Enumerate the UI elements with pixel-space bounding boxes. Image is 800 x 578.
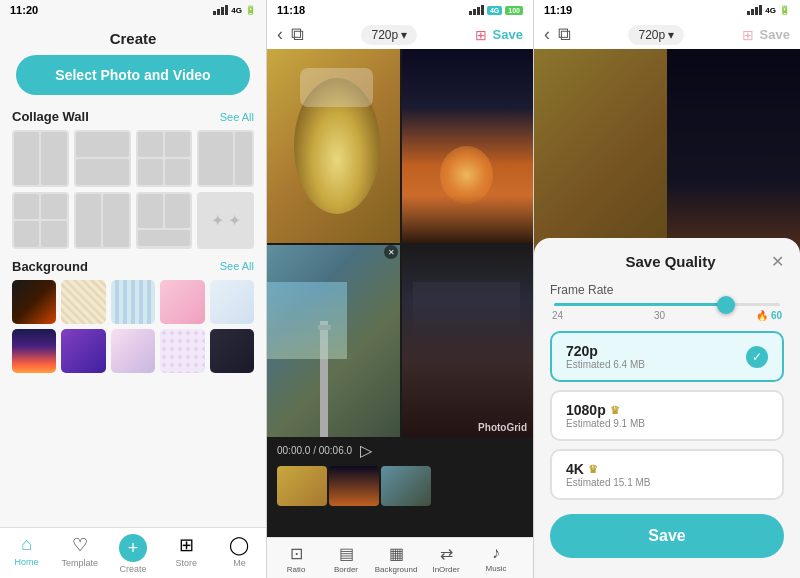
resolution-selector-3[interactable]: 720p ▾ <box>628 25 684 45</box>
editor-timeline: 00:00.0 / 00:06.0 ▷ <box>267 437 533 537</box>
nav-store-label: Store <box>175 558 197 568</box>
slider-min-label: 24 <box>552 310 563 321</box>
bg-item-1[interactable] <box>12 280 56 324</box>
signal-icon-3 <box>747 5 762 15</box>
ratio-label: Ratio <box>287 565 306 574</box>
panel-editor: 11:18 4G 100 ‹ ⧉ 720p ▾ ⊞ Save <box>266 0 533 578</box>
canvas-img-1[interactable] <box>267 49 400 243</box>
nav-create[interactable]: + Create <box>106 534 159 574</box>
star-icon-2: ✦ <box>228 211 241 230</box>
save-quality-button[interactable]: Save <box>550 514 784 558</box>
inorder-icon: ⇄ <box>440 544 453 563</box>
toolbar-music[interactable]: ♪ Music <box>471 544 521 574</box>
status-bar-2: 11:18 4G 100 <box>267 0 533 20</box>
canvas-img-2[interactable] <box>400 49 533 243</box>
quality-option-4k[interactable]: 4K ♛ Estimated 15.1 MB <box>550 449 784 500</box>
bg-item-2[interactable] <box>61 280 105 324</box>
collage-item-5[interactable] <box>12 192 69 249</box>
back-button-3[interactable]: ‹ <box>544 24 550 45</box>
save-button-2[interactable]: Save <box>493 27 523 42</box>
signal-icon-2 <box>469 5 484 15</box>
modal-header: Save Quality ✕ <box>550 252 784 271</box>
time-3: 11:19 <box>544 4 572 16</box>
slider-thumb[interactable] <box>717 296 735 314</box>
nav-store[interactable]: ⊞ Store <box>160 534 213 574</box>
quality-name-4k: 4K ♛ <box>566 461 650 477</box>
play-button[interactable]: ▷ <box>360 441 372 460</box>
canvas-img-3[interactable]: ✕ <box>267 243 400 437</box>
toolbar-sound[interactable]: 🔊 Sound <box>521 544 533 574</box>
collage-see-all[interactable]: See All <box>220 111 254 123</box>
canvas-img-4[interactable] <box>400 243 533 437</box>
collage-item-7[interactable] <box>136 192 193 249</box>
collage-item-2[interactable] <box>74 130 131 187</box>
bg-item-6[interactable] <box>12 329 56 373</box>
profile-icon: ◯ <box>229 534 249 556</box>
battery-level-1: 🔋 <box>245 5 256 15</box>
bg-item-4[interactable] <box>160 280 204 324</box>
quality-option-720p[interactable]: 720p Estimated 6.4 MB ✓ <box>550 331 784 382</box>
status-bar-3: 11:19 4G 🔋 <box>534 0 800 20</box>
slider-max-label: 🔥 60 <box>756 310 782 321</box>
track-thumb-1[interactable] <box>277 466 327 506</box>
quality-options-list: 720p Estimated 6.4 MB ✓ 1080p ♛ Est <box>550 331 784 500</box>
resolution-selector[interactable]: 720p ▾ <box>361 25 417 45</box>
bg-item-8[interactable] <box>111 329 155 373</box>
nav-me[interactable]: ◯ Me <box>213 534 266 574</box>
nav-template-label: Template <box>62 558 99 568</box>
collage-item-3[interactable] <box>136 130 193 187</box>
collage-grid: ✦ ✦ <box>0 130 266 259</box>
quality-size-1080p: Estimated 9.1 MB <box>566 418 645 429</box>
music-label: Music <box>486 564 507 573</box>
nav-create-label: Create <box>120 564 147 574</box>
toolbar-border[interactable]: ▤ Border <box>321 544 371 574</box>
collage-item-6[interactable] <box>74 192 131 249</box>
layers-icon[interactable]: ⧉ <box>291 24 304 45</box>
track-thumb-3[interactable] <box>381 466 431 506</box>
bg-item-10[interactable] <box>210 329 254 373</box>
background-grid <box>0 280 266 384</box>
select-photo-video-button[interactable]: Select Photo and Video <box>16 55 250 95</box>
modal-overlay: Save Quality ✕ Frame Rate 24 30 🔥 <box>534 49 800 578</box>
toolbar-ratio[interactable]: ⊡ Ratio <box>271 544 321 574</box>
collage-item-1[interactable] <box>12 130 69 187</box>
chevron-down-icon: ▾ <box>401 28 407 42</box>
slider-fill <box>554 303 724 306</box>
editor-topbar: ‹ ⧉ 720p ▾ ⊞ Save <box>267 20 533 49</box>
collage-title: Collage Wall <box>12 109 89 124</box>
background-title: Background <box>12 259 88 274</box>
music-icon: ♪ <box>492 544 500 562</box>
save-label-3[interactable]: Save <box>760 27 790 42</box>
battery-pct-2: 100 <box>505 6 523 15</box>
bg-item-5[interactable] <box>210 280 254 324</box>
bg-item-9[interactable] <box>160 329 204 373</box>
nav-template[interactable]: ♡ Template <box>53 534 106 574</box>
flame-icon: 🔥 <box>756 310 768 321</box>
bg-item-3[interactable] <box>111 280 155 324</box>
timeline-tracks <box>267 464 533 537</box>
remove-img-3-icon[interactable]: ✕ <box>384 245 398 259</box>
template-icon: ♡ <box>72 534 88 556</box>
bg-item-7[interactable] <box>61 329 105 373</box>
network-badge-1: 4G <box>231 6 242 15</box>
watermark: PhotoGrid <box>478 422 527 433</box>
time-2: 11:18 <box>277 4 305 16</box>
signal-icon-1 <box>213 5 228 15</box>
save-quality-modal: Save Quality ✕ Frame Rate 24 30 🔥 <box>534 238 800 578</box>
toolbar-background[interactable]: ▦ Background <box>371 544 421 574</box>
crown-icon-1080p: ♛ <box>610 404 620 417</box>
collage-item-8[interactable]: ✦ ✦ <box>197 192 254 249</box>
save-quality-topbar: ‹ ⧉ 720p ▾ ⊞ Save <box>534 20 800 49</box>
toolbar-inorder[interactable]: ⇄ InOrder <box>421 544 471 574</box>
back-button[interactable]: ‹ <box>277 24 283 45</box>
quality-option-1080p[interactable]: 1080p ♛ Estimated 9.1 MB <box>550 390 784 441</box>
background-see-all[interactable]: See All <box>220 260 254 272</box>
track-thumb-2[interactable] <box>329 466 379 506</box>
modal-close-button[interactable]: ✕ <box>771 252 784 271</box>
ratio-icon: ⊡ <box>290 544 303 563</box>
background-toolbar-label: Background <box>375 565 418 574</box>
grid-icon: ⊞ <box>475 27 487 43</box>
collage-item-4[interactable] <box>197 130 254 187</box>
nav-me-label: Me <box>233 558 246 568</box>
nav-home[interactable]: ⌂ Home <box>0 534 53 574</box>
